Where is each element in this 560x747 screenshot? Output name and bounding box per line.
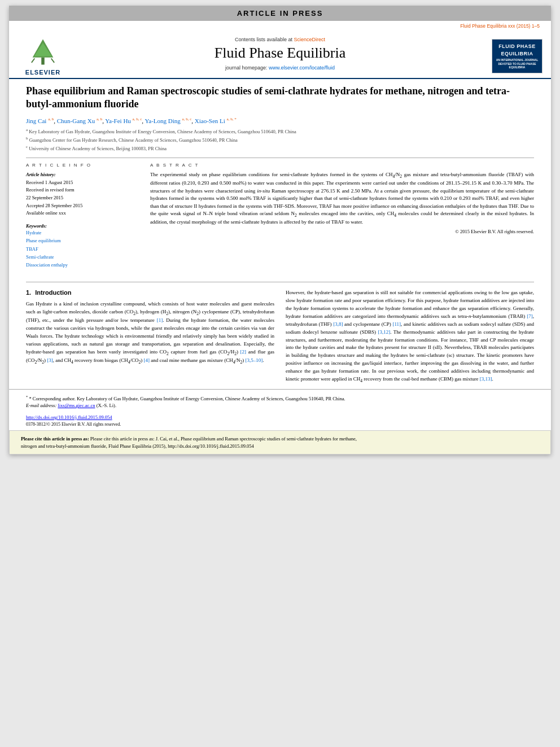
citation-footer: Please cite this article in press as: Pl… (9, 430, 551, 455)
ref-3-8[interactable]: [3,8] (333, 321, 343, 327)
sciencedirect-link[interactable]: ScienceDirect (294, 37, 326, 42)
svg-line-4 (51, 59, 55, 63)
article-content: Phase equilibrium and Raman spectroscopi… (9, 79, 551, 275)
keywords-title: Keywords: (26, 223, 139, 229)
journal-header-center: Contents lists available at ScienceDirec… (77, 34, 483, 78)
intro-para1: Gas Hydrate is a kind of inclusion cryst… (26, 300, 274, 366)
author-chun-gang-xu[interactable]: Chun-Gang Xu (57, 117, 95, 124)
section-divider (26, 282, 534, 282)
footnote-email-link[interactable]: lixs@ms.giec.ac.cn (58, 403, 95, 408)
intro-heading: 1. Introduction (26, 289, 274, 296)
article-title: Phase equilibrium and Raman spectroscopi… (26, 85, 534, 111)
journal-logo-box: FLUID PHASE EQUILIBRIA AN INTERNATIONAL … (492, 39, 542, 73)
author-ya-fei-hu[interactable]: Ya-Fei Hu (105, 117, 131, 124)
footnote-text: * * Corresponding author. Key Laboratory… (26, 394, 534, 403)
homepage-url[interactable]: www.elsevier.com/locate/fluid (269, 65, 335, 71)
elsevier-logo-section: ELSEVIER (9, 34, 77, 78)
authors-line: Jing Cai a, b, Chun-Gang Xu a, b, Ya-Fei… (26, 117, 534, 124)
homepage-line: journal homepage: www.elsevier.com/locat… (225, 65, 335, 71)
keywords-section: Keywords: Hydrate Phase equilibrium TBAF… (26, 223, 139, 269)
keyword-semi-clathrate[interactable]: Semi-clathrate (26, 253, 139, 261)
revised-date: 22 September 2015 (26, 194, 139, 202)
divider-1 (26, 158, 534, 158)
ref-3-5-10[interactable]: [3,5–10] (245, 357, 262, 363)
accepted-date: Accepted 28 September 2015 (26, 202, 139, 210)
author-jing-cai[interactable]: Jing Cai (26, 117, 46, 124)
history-title: Article history: (26, 171, 139, 179)
ref-4[interactable]: [4] (144, 357, 150, 363)
received-date: Received 1 August 2015 (26, 179, 139, 187)
abstract-col: A B S T R A C T The experimental study o… (150, 163, 534, 269)
ref-3-12[interactable]: [3,12] (378, 329, 390, 335)
keyword-phase-equilibrium[interactable]: Phase equilibrium (26, 237, 139, 244)
copyright-line: © 2015 Elsevier B.V. All rights reserved… (150, 229, 534, 234)
ref-11[interactable]: [11] (392, 321, 401, 327)
issn-line: 0378-3812/© 2015 Elsevier B.V. All right… (9, 422, 551, 430)
abstract-label: A B S T R A C T (150, 163, 534, 168)
keyword-hydrate[interactable]: Hydrate (26, 229, 139, 237)
body-left-col: 1. Introduction Gas Hydrate is a kind of… (26, 289, 274, 389)
journal-title: Fluid Phase Equilibria (215, 45, 346, 62)
footnote-section: * * Corresponding author. Key Laboratory… (9, 389, 551, 413)
author-ya-long-ding[interactable]: Ya-Long Ding (145, 117, 180, 124)
citation-info: Fluid Phase Equilibria xxx (2015) 1–5 (9, 21, 551, 30)
journal-header: ELSEVIER Contents lists available at Sci… (9, 30, 551, 79)
elsevier-tree-icon (26, 37, 60, 68)
email-line: E-mail address: lixs@ms.giec.ac.cn (X.-S… (26, 402, 534, 409)
doi-link[interactable]: http://dx.doi.org/10.1016/j.fluid.2015.0… (26, 414, 112, 420)
article-in-press-banner: ARTICLE IN PRESS (9, 6, 551, 21)
article-info-label: A R T I C L E I N F O (26, 163, 139, 168)
ref-2[interactable]: [2] (240, 349, 247, 355)
received-revised-label: Received in revised form (26, 186, 139, 194)
ref-1[interactable]: [1] (157, 317, 163, 323)
two-col-body: 1. Introduction Gas Hydrate is a kind of… (26, 289, 534, 389)
svg-marker-2 (34, 43, 51, 56)
ref-3-13[interactable]: [3,13] (480, 376, 492, 382)
sciencedirect-line: Contents lists available at ScienceDirec… (235, 37, 325, 42)
article-info-col: A R T I C L E I N F O Article history: R… (26, 163, 139, 269)
keyword-dissociation-enthalpy[interactable]: Dissociation enthalpy (26, 261, 139, 269)
svg-rect-0 (41, 58, 45, 65)
affiliations: a Key Laboratory of Gas Hydrate, Guangzh… (26, 127, 534, 152)
keyword-tbaf[interactable]: TBAF (26, 245, 139, 253)
intro-para-right1: However, the hydrate-based gas separatio… (286, 289, 534, 385)
abstract-text: The experimental study on phase equilibr… (150, 171, 534, 226)
body-content: 1. Introduction Gas Hydrate is a kind of… (9, 289, 551, 389)
article-history: Article history: Received 1 August 2015 … (26, 171, 139, 217)
svg-line-3 (32, 59, 35, 63)
body-right-col: However, the hydrate-based gas separatio… (286, 289, 534, 389)
doi-line: http://dx.doi.org/10.1016/j.fluid.2015.0… (9, 414, 551, 420)
elsevier-wordmark: ELSEVIER (25, 69, 60, 76)
author-xiao-sen-li[interactable]: Xiao-Sen Li (195, 117, 225, 124)
journal-logo-right: FLUID PHASE EQUILIBRIA AN INTERNATIONAL … (483, 34, 551, 78)
article-info-abstract: A R T I C L E I N F O Article history: R… (26, 163, 534, 269)
available-online: Available online xxx (26, 209, 139, 217)
ref-7[interactable]: [7] (527, 313, 533, 319)
ref-3[interactable]: [3] (47, 357, 53, 363)
